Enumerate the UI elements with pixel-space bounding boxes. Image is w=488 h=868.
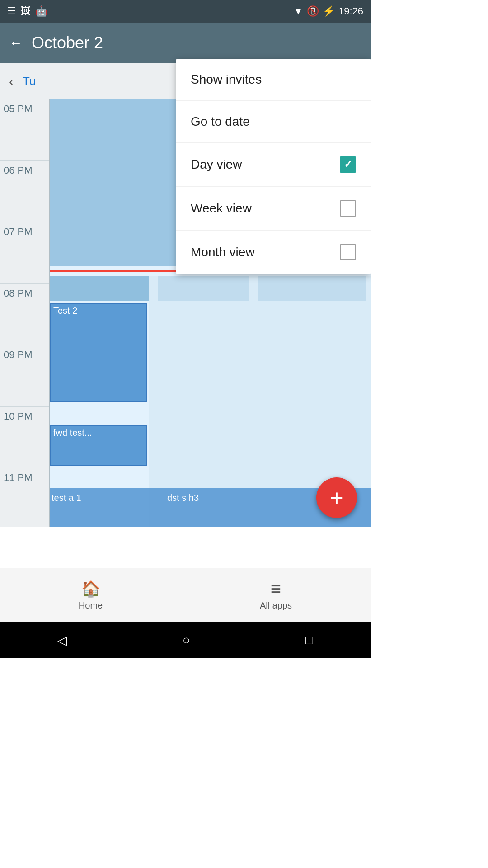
week-view-label: Week view <box>191 201 252 216</box>
dropdown-overlay: Show invites Go to date Day view Week vi… <box>0 0 371 658</box>
menu-item-week-view[interactable]: Week view <box>176 187 371 231</box>
menu-item-day-view[interactable]: Day view <box>176 143 371 187</box>
menu-item-show-invites[interactable]: Show invites <box>176 59 371 101</box>
day-view-label: Day view <box>191 157 242 172</box>
go-to-date-label: Go to date <box>191 114 250 129</box>
day-view-checkbox[interactable] <box>340 156 356 173</box>
menu-item-month-view[interactable]: Month view <box>176 231 371 274</box>
month-view-label: Month view <box>191 245 255 259</box>
dropdown-menu: Show invites Go to date Day view Week vi… <box>176 59 371 274</box>
week-view-checkbox[interactable] <box>340 200 356 217</box>
show-invites-label: Show invites <box>191 72 262 87</box>
month-view-checkbox[interactable] <box>340 244 356 260</box>
menu-item-go-to-date[interactable]: Go to date <box>176 101 371 143</box>
